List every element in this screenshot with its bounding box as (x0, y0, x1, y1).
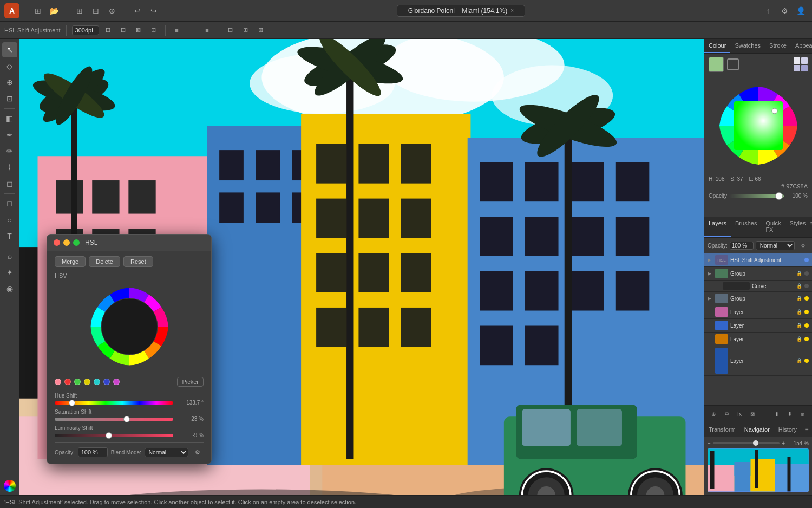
main-color-wheel[interactable] (712, 80, 804, 172)
dialog-settings-icon[interactable]: ⚙ (192, 446, 204, 458)
color-dot-magenta[interactable] (113, 379, 120, 385)
grid2-icon[interactable]: ⊟ (89, 4, 103, 18)
ctx-icon3[interactable]: ⊠ (133, 24, 145, 36)
merge-btn[interactable]: Merge (55, 256, 86, 267)
snap-icon[interactable]: ⊕ (105, 4, 119, 18)
color-wheel-tool[interactable] (4, 480, 16, 492)
dialog-maximize-btn[interactable] (73, 239, 80, 246)
layer-item-4[interactable]: Layer 🔒 (704, 305, 812, 319)
layer-insert-icon[interactable]: ⊕ (708, 408, 719, 420)
color-dot-yellow[interactable] (84, 379, 90, 385)
layers-blend-select[interactable]: Normal Multiply Screen (756, 241, 795, 250)
styles-tab[interactable]: Styles (785, 217, 810, 237)
paint-tool[interactable]: ◉ (2, 281, 17, 296)
colour-tab[interactable]: Colour (704, 39, 730, 53)
layer-item-group1[interactable]: ▶ Group 🔒 (704, 267, 812, 281)
ctx-size-input[interactable]: 300dpi (72, 25, 99, 35)
stroke-swatch[interactable] (727, 58, 739, 70)
layer-lock-7[interactable]: 🔒 (796, 358, 802, 363)
layer-item-curve[interactable]: Curve 🔒 (704, 281, 812, 292)
user-icon[interactable]: 👤 (794, 4, 808, 18)
ctx-icon7[interactable]: ≡ (201, 24, 213, 36)
swatch1[interactable] (794, 57, 800, 64)
layer-item-group2[interactable]: ▶ Group 🔒 (704, 292, 812, 305)
layers-settings-icon[interactable]: ⚙ (797, 239, 809, 251)
hue-shift-slider[interactable] (55, 401, 173, 405)
delete-btn[interactable]: Delete (89, 256, 120, 267)
brushes-tab[interactable]: Brushes (731, 217, 761, 237)
crop-tool[interactable]: ⊡ (2, 91, 17, 106)
ctx-icon8[interactable]: ⊟ (225, 24, 237, 36)
history-tab[interactable]: History (774, 424, 801, 435)
layer-lock-curve[interactable]: 🔒 (796, 283, 802, 289)
layer-item-hsl[interactable]: ▶ HSL HSL Shift Adjustment (704, 253, 812, 267)
color-dot-green[interactable] (74, 379, 81, 385)
swatch4[interactable] (801, 65, 808, 71)
ctx-icon6[interactable]: — (186, 24, 198, 36)
eraser-tool[interactable]: ◻ (2, 176, 17, 191)
settings-icon[interactable]: ⚙ (777, 4, 791, 18)
layer-lock-6[interactable]: 🔒 (796, 336, 802, 342)
layer-item-6[interactable]: Layer 🔒 (704, 333, 812, 346)
fill-tool[interactable]: ◧ (2, 111, 17, 126)
text-tool[interactable]: T (2, 229, 17, 244)
fill-swatch[interactable] (709, 57, 724, 72)
color-dot-pink[interactable] (55, 379, 61, 385)
zoom-tool[interactable]: ⌕ (2, 249, 17, 264)
layer-item-5[interactable]: Layer 🔒 (704, 319, 812, 333)
swatches-tab[interactable]: Swatches (730, 39, 765, 53)
select-tool[interactable]: ↖ (2, 42, 17, 57)
dialog-close-btn[interactable] (54, 239, 60, 246)
grid-icon[interactable]: ⊞ (73, 4, 87, 18)
layer-lock-group1[interactable]: 🔒 (796, 271, 802, 276)
new-file-icon[interactable]: ⊞ (31, 4, 45, 18)
reset-btn[interactable]: Reset (123, 256, 153, 267)
picker-button[interactable]: Picker (177, 377, 204, 387)
brush-tool[interactable]: ⌇ (2, 160, 17, 175)
ctx-icon9[interactable]: ⊞ (240, 24, 252, 36)
node-tool[interactable]: ◇ (2, 58, 17, 74)
layer-expand-group1[interactable]: ▶ (708, 271, 713, 276)
nav-menu-icon[interactable]: ≡ (801, 422, 812, 437)
layers-menu-icon[interactable]: ≡ (810, 217, 812, 231)
ctx-icon10[interactable]: ⊠ (255, 24, 267, 36)
saturation-shift-slider[interactable] (55, 418, 173, 421)
layer-item-7[interactable]: Layer 🔒 (704, 346, 812, 376)
ctx-icon4[interactable]: ⊡ (148, 24, 160, 36)
luminosity-shift-slider[interactable] (55, 434, 173, 437)
layer-delete-icon[interactable]: 🗑 (797, 408, 809, 420)
layer-duplicate-icon[interactable]: ⧉ (721, 408, 732, 420)
layer-lock-5[interactable]: 🔒 (796, 323, 802, 328)
ctx-icon1[interactable]: ⊞ (102, 24, 114, 36)
share-icon[interactable]: ↑ (761, 4, 775, 18)
quick-fx-tab[interactable]: Quick FX (761, 217, 785, 237)
dialog-opacity-input[interactable] (78, 447, 108, 457)
dialog-blend-select[interactable]: Normal Multiply Screen (145, 448, 188, 457)
pencil-tool[interactable]: ✏ (2, 144, 17, 159)
layers-tab[interactable]: Layers (704, 217, 731, 237)
nav-zoom-slider[interactable] (713, 442, 780, 444)
opacity-slider-thumb[interactable] (775, 192, 783, 200)
navigator-thumbnail[interactable] (708, 448, 809, 492)
open-file-icon[interactable]: 📂 (47, 4, 61, 18)
layer-mask-icon[interactable]: ⊠ (746, 408, 758, 420)
color-dot-cyan[interactable] (94, 379, 100, 385)
layers-opacity-input[interactable] (730, 242, 754, 250)
layer-expand-group2[interactable]: ▶ (708, 296, 713, 301)
rect-tool[interactable]: □ (2, 196, 17, 211)
undo-icon[interactable]: ↩ (130, 4, 145, 18)
dialog-minimize-btn[interactable] (63, 239, 70, 246)
layer-expand-icon[interactable]: ▶ (708, 257, 713, 263)
layer-lock-group2[interactable]: 🔒 (796, 296, 802, 301)
transform-tab[interactable]: Transform (704, 424, 740, 435)
layer-move-down-icon[interactable]: ⬇ (784, 408, 796, 420)
navigator-tab[interactable]: Navigator (740, 424, 774, 435)
layer-lock-4[interactable]: 🔒 (796, 309, 802, 315)
eyedropper-tool[interactable]: ✦ (2, 265, 17, 280)
pen-tool[interactable]: ✒ (2, 127, 17, 142)
swatch2[interactable] (801, 57, 808, 64)
transform-tool[interactable]: ⊕ (2, 75, 17, 90)
ctx-icon2[interactable]: ⊟ (117, 24, 129, 36)
layer-move-up-icon[interactable]: ⬆ (771, 408, 783, 420)
color-dot-red[interactable] (64, 379, 71, 385)
